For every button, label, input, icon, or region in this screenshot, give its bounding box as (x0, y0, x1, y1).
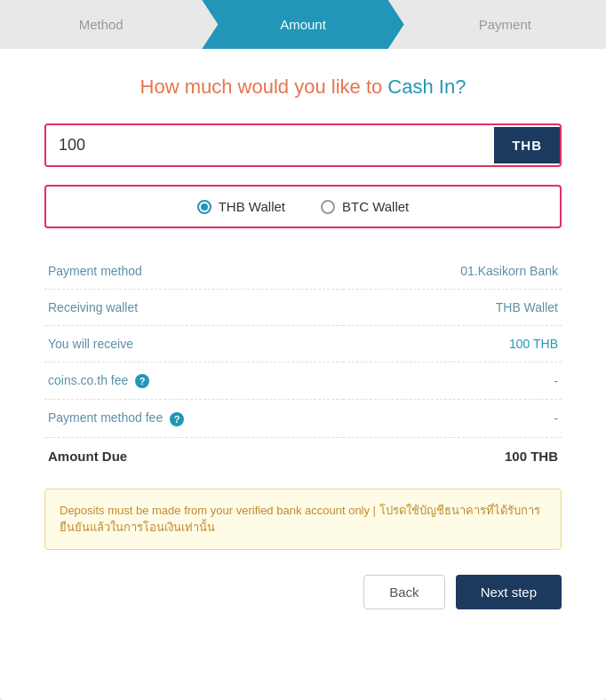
row-value-payment-method: 01.Kasikorn Bank (343, 253, 562, 290)
row-value-receive: 100 THB (343, 326, 562, 362)
info-table: Payment method 01.Kasikorn Bank Receivin… (44, 253, 562, 474)
coins-fee-help-icon[interactable]: ? (135, 374, 149, 388)
row-label-coins-fee: coins.co.th fee ? (44, 362, 343, 400)
row-label-payment-method: Payment method (44, 253, 343, 290)
step-amount[interactable]: Amount (202, 0, 403, 49)
table-row: Payment method 01.Kasikorn Bank (44, 253, 562, 290)
table-row: Receiving wallet THB Wallet (44, 290, 562, 326)
thb-wallet-label: THB Wallet (219, 199, 285, 214)
btc-wallet-label: BTC Wallet (342, 199, 409, 214)
row-value-coins-fee: - (343, 362, 562, 400)
amount-box: THB (44, 123, 562, 167)
btc-wallet-radio[interactable] (321, 200, 335, 214)
notice-box: Deposits must be made from your verified… (44, 489, 562, 550)
amount-input[interactable] (46, 125, 494, 165)
step-method[interactable]: Method (0, 0, 202, 49)
stepper: Method Amount Payment (0, 0, 606, 49)
button-row: Back Next step (44, 575, 562, 627)
table-row: Payment method fee ? - (44, 400, 562, 437)
row-label-amount-due: Amount Due (44, 437, 343, 474)
row-label-receive: You will receive (44, 326, 343, 362)
thb-wallet-radio[interactable] (197, 200, 211, 214)
next-step-button[interactable]: Next step (456, 575, 562, 609)
table-row: coins.co.th fee ? - (44, 362, 562, 400)
notice-text: Deposits must be made from your verified… (60, 504, 540, 535)
row-value-amount-due: 100 THB (343, 437, 562, 474)
row-label-receiving-wallet: Receiving wallet (44, 290, 343, 326)
row-value-method-fee: - (343, 400, 562, 437)
step-method-label: Method (79, 17, 124, 32)
btc-wallet-option[interactable]: BTC Wallet (321, 199, 409, 214)
back-button[interactable]: Back (363, 575, 444, 609)
table-row-amount-due: Amount Due 100 THB (44, 437, 562, 474)
page-title: How much would you like to Cash In? (44, 76, 562, 99)
content: How much would you like to Cash In? THB … (0, 49, 606, 654)
step-amount-label: Amount (280, 17, 326, 32)
step-payment[interactable]: Payment (404, 0, 606, 49)
card: Method Amount Payment How much would you… (0, 0, 606, 700)
thb-wallet-option[interactable]: THB Wallet (197, 199, 285, 214)
currency-badge: THB (494, 127, 560, 163)
method-fee-help-icon[interactable]: ? (170, 412, 184, 426)
row-label-method-fee: Payment method fee ? (44, 400, 343, 437)
row-value-receiving-wallet: THB Wallet (343, 290, 562, 326)
wallet-selector: THB Wallet BTC Wallet (44, 185, 562, 228)
step-payment-label: Payment (479, 17, 531, 32)
table-row: You will receive 100 THB (44, 326, 562, 362)
